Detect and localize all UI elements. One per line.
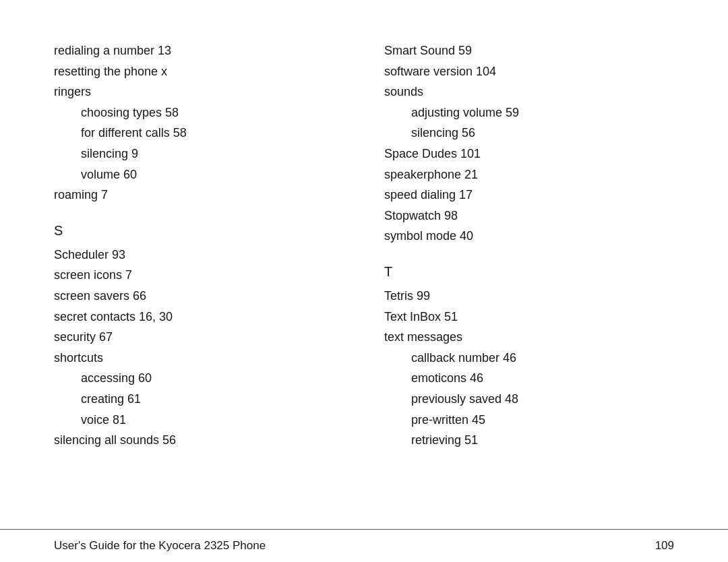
list-item: resetting the phone x (54, 61, 344, 82)
list-item: sounds (384, 82, 674, 102)
list-item: roaming 7 (54, 185, 344, 206)
list-item: security 67 (54, 327, 344, 348)
right-column: Smart Sound 59 software version 104 soun… (384, 40, 674, 502)
list-item: shortcuts (54, 348, 344, 369)
list-item: screen savers 66 (54, 286, 344, 307)
list-item: silencing all sounds 56 (54, 430, 344, 451)
list-item: Tetris 99 (384, 286, 674, 307)
list-item: software version 104 (384, 61, 674, 82)
list-item: emoticons 46 (411, 368, 674, 389)
list-item: creating 61 (81, 389, 344, 410)
list-item: for different calls 58 (81, 123, 344, 144)
list-item: voice 81 (81, 410, 344, 431)
list-item: accessing 60 (81, 368, 344, 389)
list-item: Scheduler 93 (54, 245, 344, 266)
list-item: speed dialing 17 (384, 185, 674, 206)
section-letter-s: S (54, 219, 344, 242)
list-item: ringers (54, 82, 344, 102)
list-item: speakerphone 21 (384, 164, 674, 185)
list-item: callback number 46 (411, 348, 674, 369)
list-item: retrieving 51 (411, 430, 674, 451)
footer: User's Guide for the Kyocera 2325 Phone … (0, 529, 728, 562)
section-letter-t: T (384, 260, 674, 283)
list-item: volume 60 (81, 164, 344, 185)
list-item: Space Dudes 101 (384, 144, 674, 164)
list-item: adjusting volume 59 (411, 102, 674, 123)
list-item: pre-written 45 (411, 410, 674, 431)
page: redialing a number 13 resetting the phon… (0, 0, 728, 562)
list-item: redialing a number 13 (54, 40, 344, 61)
footer-title: User's Guide for the Kyocera 2325 Phone (54, 539, 266, 553)
list-item: Smart Sound 59 (384, 40, 674, 61)
footer-page-number: 109 (655, 539, 674, 553)
list-item: Text InBox 51 (384, 307, 674, 327)
list-item: text messages (384, 327, 674, 348)
left-column: redialing a number 13 resetting the phon… (54, 40, 344, 502)
list-item: silencing 56 (411, 123, 674, 144)
list-item: choosing types 58 (81, 102, 344, 123)
list-item: secret contacts 16, 30 (54, 307, 344, 327)
list-item: symbol mode 40 (384, 226, 674, 247)
list-item: previously saved 48 (411, 389, 674, 410)
list-item: Stopwatch 98 (384, 206, 674, 226)
list-item: screen icons 7 (54, 265, 344, 286)
list-item: silencing 9 (81, 144, 344, 164)
main-body: redialing a number 13 resetting the phon… (0, 0, 728, 529)
